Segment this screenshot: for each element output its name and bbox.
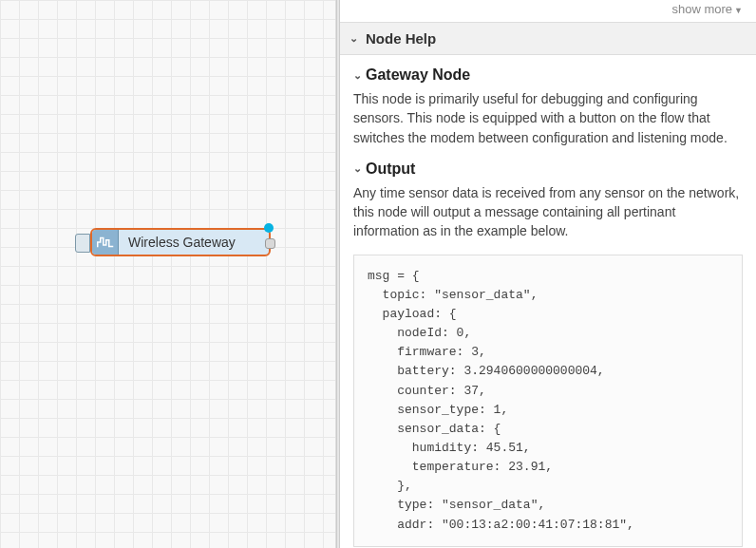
node-label: Wireless Gateway — [119, 235, 236, 250]
flow-canvas[interactable]: Wireless Gateway — [0, 0, 336, 548]
heading-text: Gateway Node — [366, 66, 470, 84]
node-trigger-button[interactable] — [75, 234, 90, 253]
output-heading[interactable]: ⌄ Output — [353, 161, 743, 178]
chevron-down-icon: ⌄ — [353, 69, 362, 82]
show-more-link[interactable]: show more▼ — [340, 0, 756, 22]
scrollbar[interactable] — [749, 0, 756, 548]
output-description: Any time sensor data is received from an… — [353, 183, 743, 241]
info-panel: show more▼ ⌄ Node Help ⌄ Gateway Node Th… — [340, 0, 756, 548]
section-title: Node Help — [366, 30, 436, 47]
heading-text: Output — [366, 161, 415, 178]
chevron-down-icon: ⌄ — [353, 162, 362, 175]
example-code-block: msg = { topic: "sensor_data", payload: {… — [353, 255, 743, 547]
node-help-header[interactable]: ⌄ Node Help — [340, 22, 756, 55]
chevron-down-icon: ⌄ — [350, 33, 358, 44]
show-more-label: show more — [672, 2, 733, 16]
gateway-node-description: This node is primarily useful for debugg… — [353, 89, 743, 147]
gateway-node[interactable]: Wireless Gateway — [90, 228, 271, 256]
node-changed-indicator — [264, 223, 274, 233]
gateway-node-heading[interactable]: ⌄ Gateway Node — [353, 66, 743, 84]
wireless-icon — [92, 230, 119, 255]
node-output-port[interactable] — [265, 238, 275, 249]
help-content: ⌄ Gateway Node This node is primarily us… — [340, 55, 756, 548]
caret-down-icon: ▼ — [734, 6, 743, 15]
